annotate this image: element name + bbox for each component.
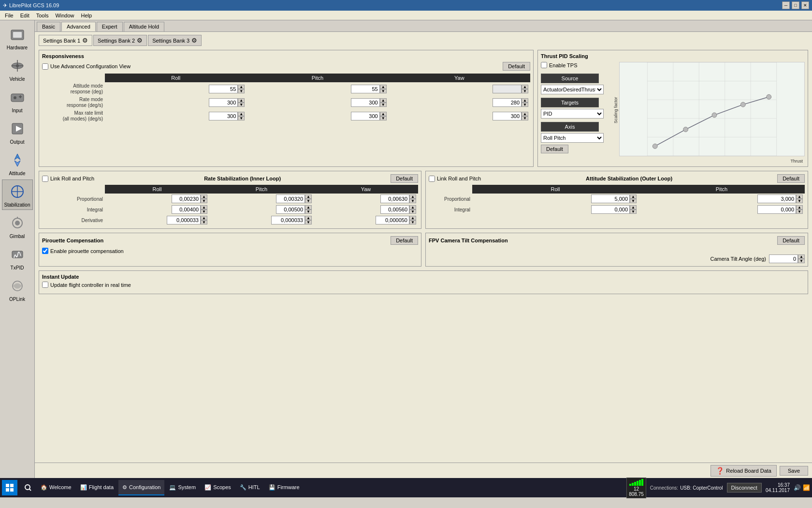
resp-yaw-attitude-down[interactable]: ▼ xyxy=(522,89,528,93)
resp-pitch-attitude-down[interactable]: ▼ xyxy=(380,89,387,93)
sidebar-item-output[interactable]: Output xyxy=(2,117,33,147)
rate-roll-integ-up[interactable]: ▲ xyxy=(201,205,207,209)
rate-pitch-integ-down[interactable]: ▼ xyxy=(305,209,312,214)
resp-pitch-maxrate-input[interactable] xyxy=(351,112,380,120)
source-dropdown[interactable]: ActuatorDesiredThrust xyxy=(541,85,604,94)
resp-yaw-rate-input[interactable] xyxy=(493,98,522,107)
targets-dropdown[interactable]: PID xyxy=(541,109,604,119)
axis-dropdown[interactable]: Roll Pitch xyxy=(541,133,604,143)
resp-roll-maxrate-input[interactable] xyxy=(209,112,238,120)
maximize-button[interactable]: □ xyxy=(792,1,799,9)
rate-pitch-prop-input[interactable] xyxy=(276,194,305,203)
sidebar-item-txpid[interactable]: TxPID xyxy=(2,242,33,273)
att-pitch-prop-up[interactable]: ▲ xyxy=(796,194,803,199)
instant-update-checkbox[interactable] xyxy=(42,282,48,288)
taskbar-flight-data[interactable]: 📊 Flight data xyxy=(76,480,117,495)
reload-board-button[interactable]: ❓ Reload Board Data xyxy=(710,465,777,477)
att-pitch-integ-up[interactable]: ▲ xyxy=(796,205,803,209)
fpv-default-button[interactable]: Default xyxy=(777,236,805,245)
bank-tab-1[interactable]: Settings Bank 1 ⚙ xyxy=(39,35,92,46)
resp-yaw-maxrate-up[interactable]: ▲ xyxy=(522,112,528,116)
rate-roll-deriv-input[interactable] xyxy=(167,216,201,224)
rate-roll-deriv-down[interactable]: ▼ xyxy=(201,220,207,224)
rate-yaw-integ-down[interactable]: ▼ xyxy=(409,209,416,214)
resp-pitch-rate-up[interactable]: ▲ xyxy=(380,98,387,103)
resp-pitch-attitude-up[interactable]: ▲ xyxy=(380,85,387,89)
resp-pitch-rate-down[interactable]: ▼ xyxy=(380,103,387,107)
tab-altitude-hold[interactable]: Altitude Hold xyxy=(124,22,164,31)
att-roll-integ-up[interactable]: ▲ xyxy=(630,205,637,209)
rate-yaw-prop-up[interactable]: ▲ xyxy=(409,194,416,199)
resp-yaw-maxrate-input[interactable] xyxy=(493,112,522,120)
rate-yaw-prop-down[interactable]: ▼ xyxy=(409,199,416,203)
sidebar-item-vehicle[interactable]: Vehicle xyxy=(2,54,33,84)
rate-yaw-integ-input[interactable] xyxy=(380,205,409,214)
source-button[interactable]: Source xyxy=(541,74,599,83)
tab-basic[interactable]: Basic xyxy=(37,22,60,31)
sidebar-item-input[interactable]: Input xyxy=(2,85,33,116)
resp-yaw-attitude-up[interactable]: ▲ xyxy=(522,85,528,89)
att-pitch-integ-down[interactable]: ▼ xyxy=(796,209,803,214)
rate-pitch-integ-up[interactable]: ▲ xyxy=(305,205,312,209)
tab-expert[interactable]: Expert xyxy=(97,22,123,31)
sidebar-item-attitude[interactable]: Attitude xyxy=(2,148,33,179)
taskbar-firmware[interactable]: 💾 Firmware xyxy=(265,480,304,495)
att-roll-integ-down[interactable]: ▼ xyxy=(630,209,637,214)
rate-yaw-deriv-input[interactable] xyxy=(376,216,409,224)
resp-roll-maxrate-down[interactable]: ▼ xyxy=(238,116,245,120)
resp-roll-maxrate-up[interactable]: ▲ xyxy=(238,112,245,116)
rate-roll-prop-input[interactable] xyxy=(172,194,201,203)
bank-tab-2[interactable]: Settings Bank 2 ⚙ xyxy=(93,35,147,46)
resp-roll-rate-input[interactable] xyxy=(209,98,238,107)
fpv-tilt-up[interactable]: ▲ xyxy=(798,254,805,259)
rate-default-button[interactable]: Default xyxy=(391,174,418,183)
enable-tps-checkbox[interactable] xyxy=(541,62,547,68)
resp-roll-attitude-down[interactable]: ▼ xyxy=(238,89,245,93)
search-button[interactable] xyxy=(20,480,36,495)
menu-tools[interactable]: Tools xyxy=(33,12,52,19)
att-default-button[interactable]: Default xyxy=(777,174,805,183)
resp-roll-attitude-input[interactable] xyxy=(209,85,238,93)
rate-yaw-integ-up[interactable]: ▲ xyxy=(409,205,416,209)
fpv-tilt-input[interactable] xyxy=(769,254,798,263)
targets-button[interactable]: Targets xyxy=(541,98,599,107)
taskbar-scopes[interactable]: 📈 Scopes xyxy=(201,480,235,495)
resp-yaw-maxrate-down[interactable]: ▼ xyxy=(522,116,528,120)
fpv-tilt-down[interactable]: ▼ xyxy=(798,259,805,263)
resp-yaw-rate-up[interactable]: ▲ xyxy=(522,98,528,103)
att-roll-integ-input[interactable] xyxy=(591,205,630,214)
sidebar-item-gimbal[interactable]: Gimbal xyxy=(2,211,33,241)
rate-link-checkbox[interactable] xyxy=(42,176,48,182)
resp-roll-rate-up[interactable]: ▲ xyxy=(238,98,245,103)
sidebar-item-stabilization[interactable]: Stabilization xyxy=(2,179,33,210)
taskbar-welcome[interactable]: 🏠 Welcome xyxy=(37,480,75,495)
taskbar-hitl[interactable]: 🔧 HITL xyxy=(236,480,264,495)
rate-pitch-deriv-input[interactable] xyxy=(271,216,305,224)
att-pitch-prop-input[interactable] xyxy=(757,194,796,203)
rate-roll-prop-down[interactable]: ▼ xyxy=(201,199,207,203)
menu-window[interactable]: Window xyxy=(52,12,77,19)
rate-roll-integ-down[interactable]: ▼ xyxy=(201,209,207,214)
bank-tab-3[interactable]: Settings Bank 3 ⚙ xyxy=(148,35,202,46)
resp-pitch-attitude-input[interactable] xyxy=(351,85,380,93)
rate-roll-deriv-up[interactable]: ▲ xyxy=(201,216,207,220)
rate-pitch-prop-down[interactable]: ▼ xyxy=(305,199,312,203)
rate-pitch-deriv-down[interactable]: ▼ xyxy=(305,220,312,224)
att-pitch-integ-input[interactable] xyxy=(757,205,796,214)
use-advanced-checkbox[interactable] xyxy=(42,63,48,70)
start-button[interactable] xyxy=(2,480,17,495)
sidebar-item-hardware[interactable]: Hardware xyxy=(2,22,33,53)
att-pitch-prop-down[interactable]: ▼ xyxy=(796,199,803,203)
close-button[interactable]: ✕ xyxy=(801,1,809,9)
axis-button[interactable]: Axis xyxy=(541,122,599,132)
menu-edit[interactable]: Edit xyxy=(17,12,32,19)
rate-pitch-integ-input[interactable] xyxy=(276,205,305,214)
pirouette-default-button[interactable]: Default xyxy=(391,236,418,245)
pirouette-enable-checkbox[interactable] xyxy=(42,248,48,254)
resp-yaw-rate-down[interactable]: ▼ xyxy=(522,103,528,107)
rate-pitch-prop-up[interactable]: ▲ xyxy=(305,194,312,199)
resp-pitch-maxrate-down[interactable]: ▼ xyxy=(380,116,387,120)
taskbar-configuration[interactable]: ⚙ Configuration xyxy=(118,480,164,495)
save-button[interactable]: Save xyxy=(780,466,808,476)
resp-roll-rate-down[interactable]: ▼ xyxy=(238,103,245,107)
